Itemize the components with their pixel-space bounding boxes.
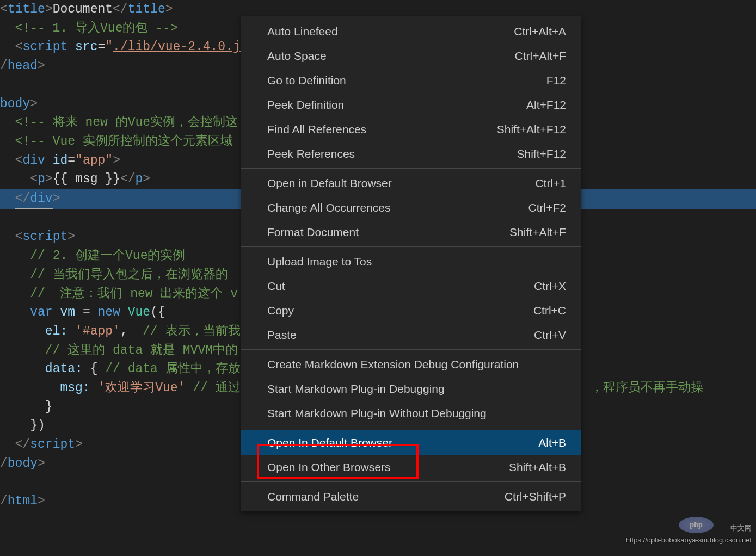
- menu-item-change-all-occurrences[interactable]: Change All OccurrencesCtrl+F2: [241, 195, 581, 220]
- menu-item-shortcut: Shift+Alt+F12: [497, 123, 566, 136]
- menu-item-auto-linefeed[interactable]: Auto LinefeedCtrl+Alt+A: [241, 19, 581, 44]
- menu-item-label: Auto Linefeed: [267, 25, 338, 38]
- menu-item-shortcut: Alt+B: [538, 436, 566, 449]
- menu-item-shortcut: Shift+F12: [517, 147, 566, 160]
- menu-item-label: Peek Definition: [267, 98, 344, 112]
- menu-item-label: Paste: [267, 329, 297, 342]
- menu-item-find-all-references[interactable]: Find All ReferencesShift+Alt+F12: [241, 117, 581, 141]
- menu-item-shortcut: F12: [546, 74, 566, 87]
- menu-item-label: Go to Definition: [267, 74, 346, 87]
- menu-item-label: Open in Default Browser: [267, 177, 392, 190]
- menu-item-label: Command Palette: [267, 490, 359, 503]
- menu-separator: [241, 168, 581, 169]
- menu-item-create-markdown-extension-debug-configuration[interactable]: Create Markdown Extension Debug Configur…: [241, 352, 581, 376]
- menu-item-auto-space[interactable]: Auto SpaceCtrl+Alt+F: [241, 44, 581, 68]
- menu-item-format-document[interactable]: Format DocumentShift+Alt+F: [241, 220, 581, 244]
- menu-item-label: Start Markdown Plug-in Without Debugging: [267, 407, 487, 420]
- code-editor[interactable]: <title>Document</title> <!-- 1. 导入Vue的包 …: [0, 0, 756, 556]
- menu-separator: [241, 481, 581, 482]
- menu-item-shortcut: Shift+Alt+F: [509, 226, 566, 239]
- menu-item-shortcut: Ctrl+F2: [528, 201, 566, 214]
- menu-item-shortcut: Ctrl+Alt+A: [514, 25, 566, 38]
- menu-item-label: Cut: [267, 280, 285, 293]
- menu-item-shortcut: Ctrl+C: [533, 304, 566, 317]
- menu-separator: [241, 428, 581, 428]
- watermark-brand-cn: 中文网: [730, 523, 752, 533]
- menu-item-open-in-default-browser[interactable]: Open in Default BrowserCtrl+1: [241, 171, 581, 195]
- menu-item-label: Copy: [267, 304, 294, 317]
- menu-item-label: Auto Space: [267, 50, 327, 63]
- menu-item-start-markdown-plug-in-without-debugging[interactable]: Start Markdown Plug-in Without Debugging: [241, 401, 581, 425]
- menu-item-go-to-definition[interactable]: Go to DefinitionF12: [241, 68, 581, 92]
- menu-separator: [241, 349, 581, 350]
- menu-item-shortcut: Ctrl+Alt+F: [514, 50, 566, 63]
- menu-item-open-in-other-browsers[interactable]: Open In Other BrowsersShift+Alt+B: [241, 455, 581, 479]
- menu-item-label: Format Document: [267, 226, 359, 239]
- menu-item-start-markdown-plug-in-debugging[interactable]: Start Markdown Plug-in Debugging: [241, 376, 581, 401]
- menu-item-cut[interactable]: CutCtrl+X: [241, 274, 581, 298]
- menu-item-label: Create Markdown Extension Debug Configur…: [267, 358, 519, 371]
- menu-item-shortcut: Ctrl+Shift+P: [505, 490, 566, 503]
- watermark-url: https://dpb-bobokaoya-sm.blog.csdn.net: [626, 536, 752, 544]
- menu-item-peek-definition[interactable]: Peek DefinitionAlt+F12: [241, 92, 581, 117]
- menu-item-upload-image-to-tos[interactable]: Upload Image to Tos: [241, 249, 581, 274]
- context-menu: Auto LinefeedCtrl+Alt+AAuto SpaceCtrl+Al…: [241, 16, 581, 511]
- menu-item-label: Upload Image to Tos: [267, 255, 372, 268]
- menu-item-label: Peek References: [267, 147, 355, 160]
- menu-item-shortcut: Alt+F12: [526, 98, 566, 112]
- menu-item-label: Open In Other Browsers: [267, 461, 390, 474]
- menu-item-shortcut: Ctrl+V: [534, 329, 566, 342]
- menu-separator: [241, 246, 581, 247]
- menu-item-shortcut: Shift+Alt+B: [509, 461, 566, 474]
- menu-item-shortcut: Ctrl+1: [535, 177, 566, 190]
- menu-item-peek-references[interactable]: Peek ReferencesShift+F12: [241, 141, 581, 166]
- menu-item-label: Open In Default Browser: [267, 436, 392, 449]
- menu-item-label: Change All Occurrences: [267, 201, 390, 214]
- php-logo-watermark: php: [679, 517, 714, 533]
- menu-item-command-palette[interactable]: Command PaletteCtrl+Shift+P: [241, 484, 581, 509]
- menu-item-label: Find All References: [267, 123, 366, 136]
- menu-item-open-in-default-browser[interactable]: Open In Default BrowserAlt+B: [241, 430, 581, 455]
- menu-item-label: Start Markdown Plug-in Debugging: [267, 382, 445, 396]
- menu-item-shortcut: Ctrl+X: [534, 280, 566, 293]
- menu-item-paste[interactable]: PasteCtrl+V: [241, 323, 581, 347]
- menu-item-copy[interactable]: CopyCtrl+C: [241, 298, 581, 323]
